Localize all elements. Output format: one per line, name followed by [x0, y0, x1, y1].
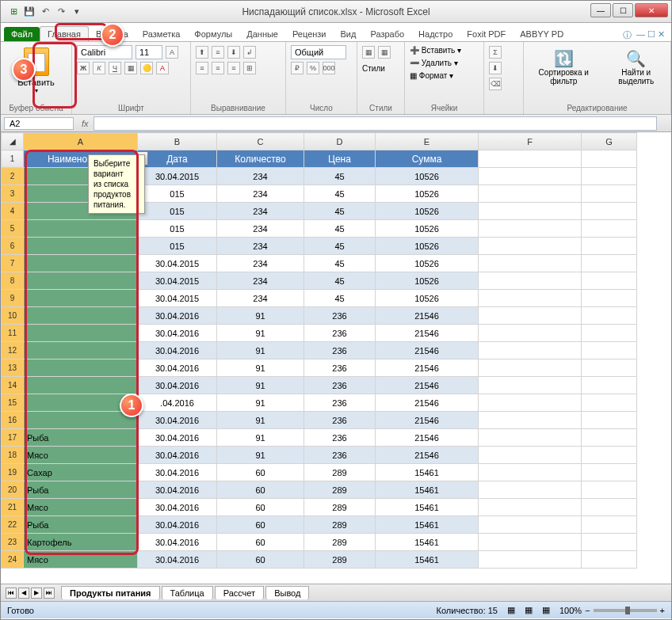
cell-B4[interactable]: 015 — [138, 203, 217, 220]
cell-D8[interactable]: 45 — [304, 272, 376, 290]
tab-data[interactable]: Данные — [239, 27, 285, 41]
cell-B20[interactable]: 30.04.2016 — [138, 481, 217, 499]
cell-A7[interactable] — [24, 255, 138, 272]
cell-F6[interactable] — [479, 238, 582, 255]
cell-F17[interactable] — [479, 429, 582, 447]
percent-icon[interactable]: % — [307, 62, 319, 74]
row-header-2[interactable]: 2 — [2, 168, 24, 185]
cell-C16[interactable]: 91 — [217, 412, 304, 429]
cell-D17[interactable]: 236 — [304, 429, 376, 447]
merge-icon[interactable]: ⊞ — [243, 62, 256, 74]
cell-F19[interactable] — [479, 464, 582, 481]
sheet-tab-products[interactable]: Продукты питания — [61, 586, 160, 599]
cell-E8[interactable]: 10526 — [376, 272, 479, 290]
col-header-B[interactable]: B — [138, 133, 217, 150]
cell-A8[interactable] — [24, 272, 138, 290]
tab-formulas[interactable]: Формулы — [187, 27, 239, 41]
cell-C8[interactable]: 234 — [217, 272, 304, 290]
fill-down-icon[interactable]: ⬇ — [489, 62, 502, 74]
zoom-slider[interactable] — [594, 609, 657, 612]
cell-F2[interactable] — [479, 168, 582, 185]
cell-C14[interactable]: 91 — [217, 377, 304, 394]
row-header-19[interactable]: 19 — [2, 464, 24, 481]
row-header-20[interactable]: 20 — [2, 481, 24, 499]
tab-home[interactable]: Главная — [40, 26, 89, 41]
cell-D4[interactable]: 45 — [304, 203, 376, 220]
bold-icon[interactable]: Ж — [77, 62, 90, 74]
cell-G9[interactable] — [582, 290, 637, 307]
cell-E18[interactable]: 21546 — [376, 447, 479, 464]
cell-C24[interactable]: 60 — [217, 551, 304, 569]
italic-icon[interactable]: К — [93, 62, 105, 74]
ribbon-min-icon[interactable]: — ☐ ✕ — [636, 29, 665, 41]
formula-bar[interactable] — [94, 116, 657, 131]
zoom-out-icon[interactable]: − — [585, 606, 590, 615]
cell-C11[interactable]: 91 — [217, 325, 304, 342]
cell-B6[interactable]: 015 — [138, 238, 217, 255]
cell-A16[interactable] — [24, 412, 138, 429]
cell-A21[interactable]: Мясо — [24, 499, 138, 516]
table-icon[interactable]: ▦ — [378, 46, 391, 59]
cell-B19[interactable]: 30.04.2016 — [138, 464, 217, 481]
cell-E16[interactable]: 21546 — [376, 412, 479, 429]
fill-icon[interactable]: 🟡 — [140, 62, 153, 74]
row-header-6[interactable]: 6 — [2, 238, 24, 255]
cell-F7[interactable] — [479, 255, 582, 272]
cell-F12[interactable] — [479, 342, 582, 359]
row-header-5[interactable]: 5 — [2, 220, 24, 238]
cell-E9[interactable]: 10526 — [376, 290, 479, 307]
cell-A22[interactable]: Рыба — [24, 516, 138, 534]
row-header-16[interactable]: 16 — [2, 412, 24, 429]
cell-A11[interactable] — [24, 325, 138, 342]
cell-B7[interactable]: 30.04.2015 — [138, 255, 217, 272]
cell-E5[interactable]: 10526 — [376, 220, 479, 238]
view-layout-icon[interactable]: ▦ — [525, 605, 533, 615]
row-header-8[interactable]: 8 — [2, 272, 24, 290]
qa-more-icon[interactable]: ▾ — [71, 6, 83, 18]
sheet-tab-calc[interactable]: Рассчет — [215, 586, 265, 599]
row-header-18[interactable]: 18 — [2, 447, 24, 464]
row-header-11[interactable]: 11 — [2, 325, 24, 342]
cells-delete[interactable]: ➖ Удалить ▾ — [410, 57, 479, 70]
cell-B5[interactable]: 015 — [138, 220, 217, 238]
tab-abbyy[interactable]: ABBYY PD — [513, 27, 571, 41]
cell-B24[interactable]: 30.04.2016 — [138, 551, 217, 569]
cell-G4[interactable] — [582, 203, 637, 220]
zoom-in-icon[interactable]: + — [660, 606, 665, 615]
row-header-17[interactable]: 17 — [2, 429, 24, 447]
comma-icon[interactable]: 000 — [323, 62, 335, 74]
cell-E4[interactable]: 10526 — [376, 203, 479, 220]
col-header-E[interactable]: E — [376, 133, 479, 150]
redo-icon[interactable]: ↷ — [55, 6, 67, 18]
underline-icon[interactable]: Ч — [109, 62, 121, 74]
cell-F4[interactable] — [479, 203, 582, 220]
cell-B2[interactable]: 30.04.2015 — [138, 168, 217, 185]
undo-icon[interactable]: ↶ — [39, 6, 52, 18]
cell-F21[interactable] — [479, 499, 582, 516]
cells-format[interactable]: ▦ Формат ▾ — [410, 70, 479, 82]
cell-A10[interactable] — [24, 307, 138, 325]
cell-B11[interactable]: 30.04.2016 — [138, 325, 217, 342]
row-header-3[interactable]: 3 — [2, 185, 24, 203]
align-right-icon[interactable]: ≡ — [227, 62, 240, 74]
sheet-tab-table[interactable]: Таблица — [162, 586, 213, 599]
cell-G11[interactable] — [582, 325, 637, 342]
cell-F13[interactable] — [479, 359, 582, 377]
cell-E2[interactable]: 10526 — [376, 168, 479, 185]
row-header-12[interactable]: 12 — [2, 342, 24, 359]
cell-G20[interactable] — [582, 481, 637, 499]
cell-C2[interactable]: 234 — [217, 168, 304, 185]
cell-A17[interactable]: Рыба — [24, 429, 138, 447]
cell-G24[interactable] — [582, 551, 637, 569]
cell-C18[interactable]: 91 — [217, 447, 304, 464]
font-size[interactable] — [136, 45, 162, 59]
cell-A24[interactable]: Мясо — [24, 551, 138, 569]
cell-A9[interactable] — [24, 290, 138, 307]
tab-layout[interactable]: Разметка — [136, 27, 188, 41]
row-header-15[interactable]: 15 — [2, 394, 24, 412]
help-icon[interactable]: ⓘ — [623, 29, 632, 41]
row-header-14[interactable]: 14 — [2, 377, 24, 394]
cell-C21[interactable]: 60 — [217, 499, 304, 516]
cell-C10[interactable]: 91 — [217, 307, 304, 325]
cell-C3[interactable]: 234 — [217, 185, 304, 203]
